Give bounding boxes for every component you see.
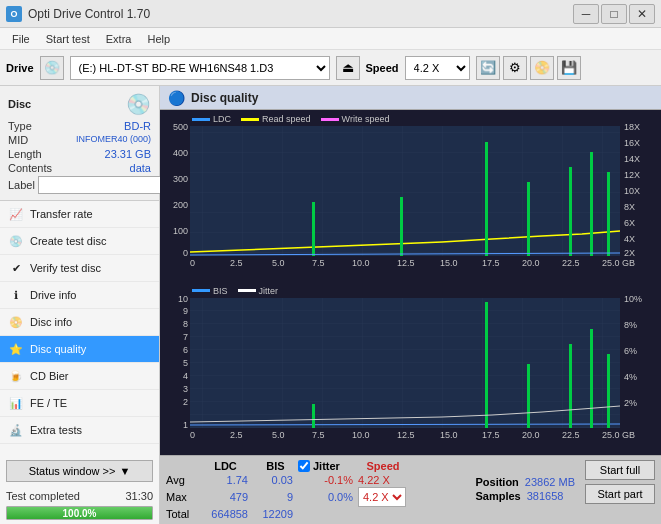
ldc-legend-label: LDC bbox=[213, 114, 231, 124]
stat-headers: LDC BIS Jitter Speed bbox=[166, 460, 471, 472]
svg-rect-29 bbox=[190, 298, 620, 428]
svg-text:20.0: 20.0 bbox=[522, 258, 540, 268]
speed-select-stat[interactable]: 4.2 X bbox=[358, 487, 406, 507]
jitter-legend-color bbox=[238, 289, 256, 292]
sidebar-item-transfer-rate[interactable]: 📈 Transfer rate bbox=[0, 201, 159, 228]
svg-text:5.0: 5.0 bbox=[272, 430, 285, 440]
svg-text:6: 6 bbox=[183, 345, 188, 355]
disc-icon[interactable]: 📀 bbox=[530, 56, 554, 80]
svg-text:10X: 10X bbox=[624, 186, 640, 196]
drive-select[interactable]: (E:) HL-DT-ST BD-RE WH16NS48 1.D3 bbox=[70, 56, 330, 80]
start-part-button[interactable]: Start part bbox=[585, 484, 655, 504]
label-key: Label bbox=[8, 179, 35, 191]
samples-label: Samples bbox=[475, 490, 520, 502]
svg-text:20.0: 20.0 bbox=[522, 430, 540, 440]
sidebar-item-drive-info[interactable]: ℹ Drive info bbox=[0, 282, 159, 309]
progress-bar-fill: 100.0% bbox=[7, 507, 152, 519]
disc-title: Disc bbox=[8, 98, 31, 110]
disc-info-icon: 📀 bbox=[8, 314, 24, 330]
svg-text:17.5: 17.5 bbox=[482, 258, 500, 268]
settings-icon[interactable]: ⚙ bbox=[503, 56, 527, 80]
start-full-button[interactable]: Start full bbox=[585, 460, 655, 480]
svg-text:10.0: 10.0 bbox=[352, 258, 370, 268]
ldc-spike-2 bbox=[400, 197, 403, 256]
contents-val: data bbox=[130, 162, 151, 174]
samples-row: Samples 381658 bbox=[475, 490, 575, 502]
status-text: Test completed bbox=[6, 490, 80, 502]
mid-val: INFOMER40 (000) bbox=[76, 134, 151, 146]
bis-spike-1 bbox=[312, 404, 315, 428]
extra-icon: 🔬 bbox=[8, 422, 24, 438]
disc-type-icon: 💿 bbox=[126, 92, 151, 116]
ldc-legend-color bbox=[192, 118, 210, 121]
label-input[interactable] bbox=[38, 176, 171, 194]
svg-text:5: 5 bbox=[183, 358, 188, 368]
disc-info-label: Disc info bbox=[30, 316, 72, 328]
svg-text:10%: 10% bbox=[624, 294, 642, 304]
svg-text:12.5: 12.5 bbox=[397, 430, 415, 440]
sidebar-item-fe-te[interactable]: 📊 FE / TE bbox=[0, 390, 159, 417]
menu-help[interactable]: Help bbox=[139, 31, 178, 47]
jitter-legend: Jitter bbox=[238, 286, 279, 296]
svg-text:2%: 2% bbox=[624, 398, 637, 408]
ldc-spike-7 bbox=[607, 172, 610, 256]
refresh-icon[interactable]: 🔄 bbox=[476, 56, 500, 80]
speed-select[interactable]: 4.2 X bbox=[405, 56, 470, 80]
svg-text:15.0: 15.0 bbox=[440, 430, 458, 440]
svg-text:22.5: 22.5 bbox=[562, 430, 580, 440]
svg-text:8%: 8% bbox=[624, 320, 637, 330]
svg-text:500: 500 bbox=[173, 122, 188, 132]
create-label: Create test disc bbox=[30, 235, 106, 247]
status-row: Test completed 31:30 bbox=[0, 486, 159, 506]
minimize-button[interactable]: ─ bbox=[573, 4, 599, 24]
ldc-chart-svg: 500 400 300 200 100 0 18X 16X 14X 12X 10… bbox=[162, 112, 659, 282]
ldc-spike-5 bbox=[569, 167, 572, 256]
status-window-button[interactable]: Status window >> ▼ bbox=[6, 460, 153, 482]
stat-total-row: Total 664858 12209 bbox=[166, 508, 471, 520]
svg-text:10: 10 bbox=[178, 294, 188, 304]
svg-text:0: 0 bbox=[190, 258, 195, 268]
sidebar-item-extra-tests[interactable]: 🔬 Extra tests bbox=[0, 417, 159, 444]
jitter-header-container: Jitter bbox=[298, 460, 358, 472]
close-button[interactable]: ✕ bbox=[629, 4, 655, 24]
maximize-button[interactable]: □ bbox=[601, 4, 627, 24]
menu-file[interactable]: File bbox=[4, 31, 38, 47]
svg-text:8: 8 bbox=[183, 319, 188, 329]
sidebar-item-verify-test[interactable]: ✔ Verify test disc bbox=[0, 255, 159, 282]
svg-text:2X: 2X bbox=[624, 248, 635, 258]
stat-avg-row: Avg 1.74 0.03 -0.1% 4.22 X bbox=[166, 474, 471, 486]
drive-info-icon: ℹ bbox=[8, 287, 24, 303]
bis-legend-color bbox=[192, 289, 210, 292]
title-bar: O Opti Drive Control 1.70 ─ □ ✕ bbox=[0, 0, 661, 28]
bis-legend-label: BIS bbox=[213, 286, 228, 296]
progress-text: 100.0% bbox=[63, 508, 97, 519]
bis-header: BIS bbox=[253, 460, 298, 472]
content-area: 🔵 Disc quality LDC Read speed bbox=[160, 86, 661, 524]
position-label: Position bbox=[475, 476, 518, 488]
svg-text:3: 3 bbox=[183, 384, 188, 394]
status-time: 31:30 bbox=[125, 490, 153, 502]
jitter-checkbox[interactable] bbox=[298, 460, 310, 472]
position-val: 23862 MB bbox=[525, 476, 575, 488]
disc-quality-icon: ⭐ bbox=[8, 341, 24, 357]
svg-text:17.5: 17.5 bbox=[482, 430, 500, 440]
menu-extra[interactable]: Extra bbox=[98, 31, 140, 47]
app-icon: O bbox=[6, 6, 22, 22]
quality-title: Disc quality bbox=[191, 91, 258, 105]
sidebar-item-disc-info[interactable]: 📀 Disc info bbox=[0, 309, 159, 336]
sidebar-item-cd-bier[interactable]: 🍺 CD Bier bbox=[0, 363, 159, 390]
menu-start-test[interactable]: Start test bbox=[38, 31, 98, 47]
svg-text:8X: 8X bbox=[624, 202, 635, 212]
bis-spike-6 bbox=[607, 354, 610, 428]
verify-icon: ✔ bbox=[8, 260, 24, 276]
fe-te-label: FE / TE bbox=[30, 397, 67, 409]
sidebar-item-create-test[interactable]: 💿 Create test disc bbox=[0, 228, 159, 255]
save-icon[interactable]: 💾 bbox=[557, 56, 581, 80]
eject-button[interactable]: ⏏ bbox=[336, 56, 360, 80]
svg-text:200: 200 bbox=[173, 200, 188, 210]
ldc-spike-4 bbox=[527, 182, 530, 256]
sidebar-item-disc-quality[interactable]: ⭐ Disc quality bbox=[0, 336, 159, 363]
pos-samples: Position 23862 MB Samples 381658 bbox=[475, 460, 575, 502]
readspeed-legend: Read speed bbox=[241, 114, 311, 124]
svg-text:4: 4 bbox=[183, 371, 188, 381]
